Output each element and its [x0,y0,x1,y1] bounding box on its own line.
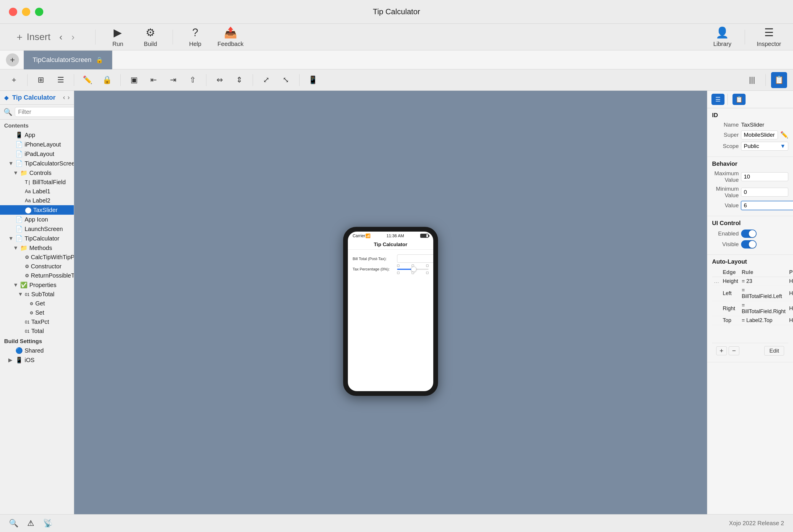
library-toolbar-item[interactable]: 👤 Library [712,26,733,48]
slider-thumb[interactable] [411,267,416,272]
sidebar-item-app-icon[interactable]: 📄 App Icon [0,215,74,224]
sidebar-item-tip-calculator[interactable]: ▼ 📄 TipCalculator [0,234,74,243]
align-up-button[interactable]: ⇧ [185,72,201,88]
sidebar-item-app[interactable]: 📱 App [0,130,74,140]
run-label: Run [112,41,124,48]
sidebar-item-properties[interactable]: ▼ ✅ Properties [0,280,74,290]
name-label: Name [712,121,739,128]
contents-label: Contents [0,121,74,130]
run-toolbar-item[interactable]: ▶ Run [107,26,128,48]
sidebar-item-constructor[interactable]: ⚙ Constructor [0,262,74,271]
signal-status-icon[interactable]: 📡 [43,519,53,528]
align-left-button[interactable]: ⇤ [146,72,162,88]
search-input[interactable] [15,107,74,117]
sidebar-item-return-possible[interactable]: ⚙ ReturnPossibleTips [0,271,74,280]
remove-constraint-button[interactable]: − [729,346,739,355]
sidebar-toggle-button[interactable]: ||| [744,72,760,88]
feedback-toolbar-item[interactable]: 📤 Feedback [218,26,244,48]
search-status-icon[interactable]: 🔍 [9,519,18,528]
scope-row: Scope Public ▼ [712,142,788,151]
visible-row: Visible [712,240,788,248]
warning-status-icon[interactable]: ⚠ [27,519,34,528]
tax-slider-icon: ⬤ [25,206,32,213]
grid-view-button[interactable]: ⊞ [33,72,49,88]
add-control-button[interactable]: + [6,72,22,88]
sidebar-item-ipad-layout[interactable]: 📄 iPadLayout [0,149,74,159]
help-toolbar-item[interactable]: ? Help [185,26,206,48]
inspector-toggle-button[interactable]: 📋 [771,72,787,88]
edit-constraints-button[interactable]: Edit [764,346,784,356]
bill-label: BillTotalField [32,179,65,186]
sidebar-item-ios[interactable]: ▶ 📱 iOS [0,355,74,365]
sidebar-back-button[interactable]: ‹ [63,94,65,101]
sidebar-item-tip-calc-screen[interactable]: ▼ 📄 TipCalculatorScreen [0,159,74,168]
sidebar-item-set[interactable]: ⚙ Set [0,308,74,317]
sidebar-item-controls[interactable]: ▼ 📁 Controls [0,168,74,178]
super-select[interactable]: MobileSlider [741,131,778,139]
panel-toggle-button[interactable]: ▣ [126,72,142,88]
name-row: Name TaxSlider [712,121,788,128]
scope-select[interactable]: Public ▼ [741,142,788,151]
minimize-button[interactable] [22,8,30,16]
align-right-button[interactable]: ⇥ [165,72,181,88]
constructor-label: Constructor [31,263,61,270]
visible-toggle[interactable] [741,240,757,248]
distribute-v-icon: ⇕ [236,75,243,84]
auto-layout-table: Edge Rule Priority … Height = 23 Highest [712,268,793,325]
max-value-row: Maximum Value 10 [712,170,788,183]
sidebar-item-tax-slider[interactable]: ⬤ TaxSlider [0,205,74,215]
scope-value: Public [744,143,759,150]
auto-layout-row-left: Left = BillTotalField.Left Highest [712,286,793,301]
distribute-v-button[interactable]: ⇕ [231,72,247,88]
resize-button[interactable]: ⤢ [258,72,274,88]
inspector-toolbar-item[interactable]: ☰ Inspector [757,26,781,48]
col-edge: Edge [721,268,740,277]
maximize-button[interactable] [35,8,43,16]
min-value-display[interactable]: 0 [741,188,788,196]
sidebar-item-get[interactable]: ⚙ Get [0,299,74,308]
tip-calculator-screen-tab[interactable]: TipCalculatorScreen 🔒 [24,51,112,70]
insp-tab-inspector[interactable]: 📋 [733,94,745,105]
lock-button[interactable]: 🔒 [99,72,115,88]
toggle-ios: ▶ [8,357,14,363]
sidebar-item-label2[interactable]: Aa Label2 [0,196,74,205]
forward-button[interactable]: › [69,30,78,43]
pen-tool-button[interactable]: ✏️ [79,72,95,88]
sidebar-item-total[interactable]: 01 Total [0,326,74,336]
fit-button[interactable]: ⤡ [278,72,294,88]
super-edit-button[interactable]: ✏️ [780,131,788,139]
sidebar-forward-button[interactable]: › [68,94,70,101]
add-icon: + [12,75,16,84]
back-button[interactable]: ‹ [56,30,65,43]
insert-button[interactable]: ＋ Insert [12,30,53,45]
sidebar-item-iphone-layout[interactable]: 📄 iPhoneLayout [0,140,74,149]
enabled-toggle[interactable] [741,229,757,238]
list-view-button[interactable]: ☰ [53,72,69,88]
sidebar-item-launch-screen[interactable]: 📄 LaunchScreen [0,224,74,234]
insp-tab-details[interactable]: ☰ [712,94,724,105]
sidebar-item-shared[interactable]: 🔵 Shared [0,346,74,355]
sidebar-item-tax-pct[interactable]: 01 TaxPct [0,317,74,326]
add-tab-button[interactable]: + [6,53,19,66]
distribute-h-button[interactable]: ⇔ [212,72,228,88]
close-button[interactable] [9,8,17,16]
sidebar-item-bill-total-field[interactable]: T| BillTotalField [0,178,74,187]
sidebar-item-calc-tip[interactable]: ⚙ CalcTipWithTipPct [0,253,74,262]
bill-total-input[interactable] [397,254,433,263]
add-constraint-button[interactable]: + [716,346,727,355]
phone-screen: Carrier 📶 11:36 AM Tip Calculator Bill T… [348,232,433,391]
sidebar-item-methods[interactable]: ▼ 📁 Methods [0,243,74,253]
inspector-toggle-icon: 📋 [774,75,784,84]
slider-track[interactable] [397,269,429,270]
max-value-display[interactable]: 10 [741,172,788,181]
mobile-preview-button[interactable]: 📱 [305,72,321,88]
iphone-label: iPhoneLayout [25,141,61,148]
tree-contents: Contents 📱 App 📄 iPhoneLayout 📄 iPadLayo… [0,119,74,532]
sidebar-item-label1[interactable]: Aa Label1 [0,187,74,196]
priority-left: Highest [787,286,793,301]
phone-status-bar: Carrier 📶 11:36 AM [348,232,433,240]
build-toolbar-item[interactable]: ⚙ Build [140,26,161,48]
value-input[interactable] [741,201,793,210]
sidebar-item-sub-total[interactable]: ▼ 01 SubTotal [0,290,74,299]
min-value: 0 [744,189,747,195]
